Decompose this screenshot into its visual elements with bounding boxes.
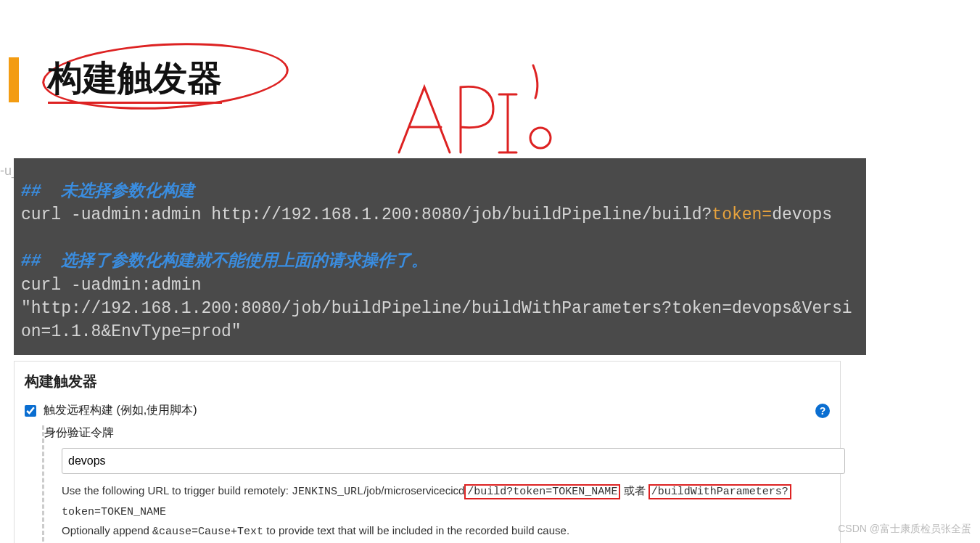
hint-box-build: /build?token=TOKEN_NAME [464,484,620,499]
code-line-1: curl -uadmin:admin http://192.168.1.200:… [21,203,859,226]
hint-append-prefix: Optionally append [62,524,152,536]
code-line-1a: curl -uadmin:admin http://192.168.1.200:… [21,205,712,224]
hint-url-mid: /job/microservicecicd [363,484,464,497]
code-block: ## 未选择参数化构建 curl -uadmin:admin http://19… [14,158,866,355]
auth-token-label: 身份验证令牌 [44,425,830,441]
code-token-param: token= [712,205,772,224]
code-gap [21,226,859,250]
section-title: 构建触发器 [25,372,830,391]
help-icon[interactable]: ? [815,404,830,418]
hint-second-line: token=TOKEN_NAME [62,506,166,518]
annotation-api-handwriting [384,58,573,167]
hint-url-prefix: JENKINS_URL [292,486,363,498]
hint-box-buildwithparams: /buildWithParameters? [648,484,791,499]
remote-trigger-checkbox[interactable] [25,405,36,417]
help-text-url: Use the following URL to trigger build r… [62,481,830,502]
heading-accent-bar [9,57,19,102]
hint-append-code: &cause=Cause+Text [152,526,263,538]
auth-token-input[interactable] [62,448,845,474]
hint-append-suffix: to provide text that will be included in… [263,524,569,536]
code-comment-1: ## 未选择参数化构建 [21,180,859,203]
svg-point-0 [530,128,551,148]
hint-prefix: Use the following URL to trigger build r… [62,484,292,497]
code-comment-2: ## 选择了参数化构建就不能使用上面的请求操作了。 [21,250,859,273]
jenkins-config-panel: 构建触发器 触发远程构建 (例如,使用脚本) ? 身份验证令牌 Use the … [14,361,841,543]
page-title: 构建触发器 [48,55,222,104]
help-text-url-line2: token=TOKEN_NAME [62,502,830,522]
help-text-append: Optionally append &cause=Cause+Text to p… [62,521,830,542]
heading-block: 构建触发器 [9,55,222,104]
code-line-2b: "http://192.168.1.200:8080/job/buildPipe… [21,297,859,343]
csdn-watermark: CSDN @富士康质检员张全蛋 [838,523,971,536]
auth-token-section: 身份验证令牌 Use the following URL to trigger … [42,425,830,542]
code-line-1b: devops [772,205,832,224]
remote-trigger-row: 触发远程构建 (例如,使用脚本) ? [25,403,830,418]
hint-or: 或者 [620,484,648,497]
remote-trigger-label[interactable]: 触发远程构建 (例如,使用脚本) [44,403,197,418]
code-line-2a: curl -uadmin:admin [21,274,859,297]
